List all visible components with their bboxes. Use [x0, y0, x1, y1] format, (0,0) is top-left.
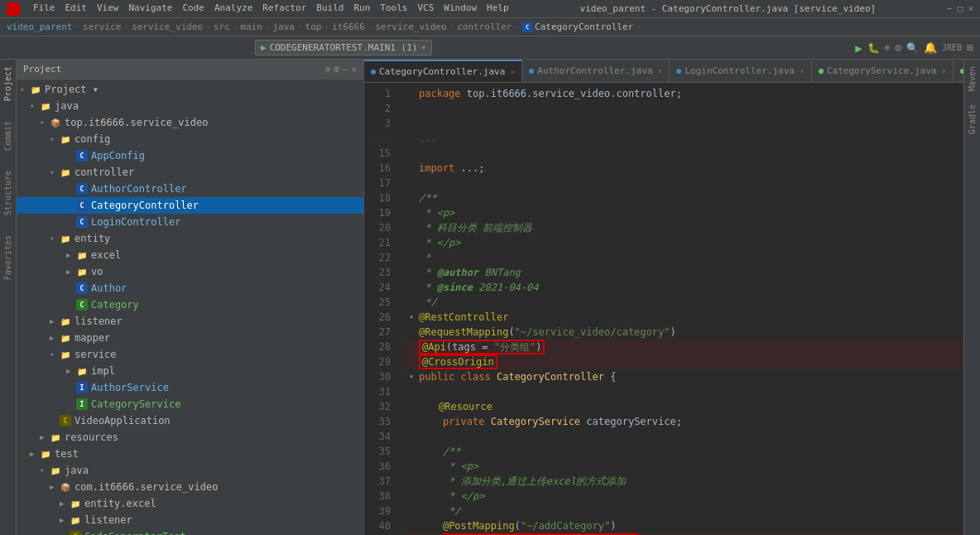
tree-controller[interactable]: ▾ 📁 controller	[17, 164, 363, 181]
breadcrumb-service[interactable]: service	[83, 22, 121, 32]
tree-categorycontroller[interactable]: C CategoryController	[17, 197, 363, 214]
tree-excel[interactable]: ▶ 📁 excel	[17, 247, 363, 263]
right-panel-1[interactable]: Maven	[968, 63, 977, 94]
tab-category-service[interactable]: CategoryService.java ✕	[812, 60, 954, 82]
tree-vo[interactable]: ▶ 📁 vo	[17, 263, 363, 280]
collapse-icon[interactable]: —	[343, 64, 348, 75]
menu-build[interactable]: Build	[316, 2, 343, 16]
impl-folder-icon: 📁	[76, 365, 88, 377]
settings-icon[interactable]: ⚙	[895, 41, 901, 54]
menu-file[interactable]: File	[33, 2, 55, 16]
menu-navigate[interactable]: Navigate	[129, 2, 173, 16]
menu-tools[interactable]: Tools	[380, 2, 407, 16]
breadcrumb-main[interactable]: main	[240, 22, 262, 32]
tree-impl[interactable]: ▶ 📁 impl	[17, 363, 363, 379]
breadcrumb-video-parent[interactable]: video_parent	[7, 22, 72, 32]
tree-entity-excel[interactable]: ▶ 📁 entity.excel	[17, 495, 363, 512]
project-tab[interactable]: Project	[2, 63, 14, 104]
tree-authorcontroller[interactable]: C AuthorController	[17, 181, 363, 197]
run-config-selector[interactable]: ▶ CODEGENERATORTEST.MAIN1 (1) ▾	[255, 40, 432, 55]
breadcrumb-controller[interactable]: controller	[457, 22, 512, 32]
tree-java[interactable]: ▾ 📁 java	[17, 98, 363, 114]
tree-resources[interactable]: ▶ 📁 resources	[17, 429, 363, 446]
code-line-39: */	[404, 504, 963, 518]
close-tab-category[interactable]: ✕	[510, 67, 515, 76]
breadcrumb-top[interactable]: top	[305, 22, 322, 32]
structure-tab[interactable]: Structure	[2, 167, 14, 219]
commit-tab[interactable]: Commit	[2, 118, 14, 154]
tree-appconfig[interactable]: C AppConfig	[17, 147, 363, 164]
close-panel-icon[interactable]: ✕	[351, 64, 357, 75]
expand-icon[interactable]: ⊞	[334, 64, 339, 75]
breadcrumb-category-controller[interactable]: CategoryController	[535, 22, 633, 32]
window-controls[interactable]: −□×	[947, 3, 973, 14]
breadcrumb-src[interactable]: src	[214, 22, 230, 32]
tree-service[interactable]: ▾ 📁 service	[17, 346, 363, 363]
close-tab-login[interactable]: ✕	[800, 66, 805, 75]
breadcrumb-service-video2[interactable]: service_video	[375, 22, 446, 32]
menu-vcs[interactable]: VCS	[417, 2, 434, 16]
search-everywhere-icon[interactable]: 🔍	[906, 42, 919, 54]
coverage-button[interactable]: ⊕	[885, 42, 891, 53]
close-tab-author[interactable]: ✕	[657, 66, 662, 75]
code-line-2	[404, 101, 963, 116]
video-app-icon: C	[60, 415, 71, 427]
tree-codegen[interactable]: C CodeGeneratorTest	[17, 528, 363, 535]
tree-authorservice[interactable]: I AuthorService	[17, 379, 363, 396]
right-panel-2[interactable]: Gradle	[968, 101, 977, 137]
settings-gear-icon[interactable]: ⚙	[325, 64, 331, 75]
tree-test-java[interactable]: ▾ 📁 java	[17, 462, 363, 479]
tree-listener[interactable]: ▶ 📁 listener	[17, 313, 363, 330]
code-line-16: import ...;	[404, 161, 963, 176]
run-config-dropdown-icon[interactable]: ▾	[420, 42, 426, 53]
menu-edit[interactable]: Edit	[65, 2, 88, 16]
menu-window[interactable]: Window	[444, 2, 477, 16]
tab-category-controller[interactable]: CategoryController.java ✕	[364, 60, 522, 82]
breadcrumb-it6666[interactable]: it6666	[332, 22, 365, 32]
tree-test[interactable]: ▶ 📁 test	[17, 446, 363, 462]
breadcrumb-category-controller-icon: C	[522, 22, 532, 32]
tree-entity[interactable]: ▾ 📁 entity	[17, 230, 363, 247]
favorites-tab[interactable]: Favorites	[2, 232, 14, 283]
code-line-37: * 添加分类,通过上传excel的方式添加	[404, 474, 963, 489]
project-header-icons[interactable]: ⚙ ⊞ — ✕	[325, 64, 358, 75]
tree-project-root[interactable]: ▾ 📁 Project ▾	[17, 81, 363, 98]
tab-dot-cat-svc	[819, 69, 824, 74]
tree-logincontroller[interactable]: C LoginController	[17, 214, 363, 230]
tree-author[interactable]: C Author	[17, 280, 363, 296]
menu-view[interactable]: View	[97, 2, 119, 16]
tab-login-controller[interactable]: LoginController.java ✕	[670, 60, 811, 82]
tree-com-package[interactable]: ▶ 📦 com.it6666.service_video	[17, 479, 363, 495]
menu-help[interactable]: Help	[487, 2, 509, 16]
listener-folder-icon: 📁	[60, 316, 71, 327]
menu-refactor[interactable]: Refactor	[262, 2, 306, 16]
tree-mapper[interactable]: ▶ 📁 mapper	[17, 330, 363, 346]
run-button[interactable]: ▶	[855, 41, 862, 55]
tree-package[interactable]: ▾ 📦 top.it6666.service_video	[17, 114, 363, 131]
debug-button[interactable]: 🐛	[867, 42, 880, 54]
close-tab-cat-svc[interactable]: ✕	[941, 66, 946, 75]
code-line-26: ▾ @RestController	[404, 310, 963, 325]
tab-category-service-impl[interactable]: CategoryServiceImpl.java ✕	[954, 60, 963, 82]
login-ctrl-icon: C	[76, 216, 88, 228]
entity-folder-icon: 📁	[60, 233, 71, 244]
toggle-icon[interactable]: ⊞	[967, 41, 973, 54]
tree-test-listener[interactable]: ▶ 📁 listener	[17, 512, 363, 528]
tree-category-entity[interactable]: C Category	[17, 296, 363, 313]
menu-analyze[interactable]: Analyze	[214, 2, 252, 16]
menu-code[interactable]: Code	[182, 2, 204, 16]
code-content[interactable]: package top.it6666.service_video.control…	[397, 83, 963, 535]
tab-author-controller[interactable]: AuthorController.java ✕	[522, 60, 670, 82]
menu-bar[interactable]: File Edit View Navigate Code Analyze Ref…	[7, 2, 509, 16]
tree-categoryservice[interactable]: I CategoryService	[17, 396, 363, 412]
app-icon	[7, 2, 20, 16]
tree-config[interactable]: ▾ 📁 config	[17, 131, 363, 147]
code-line-25: */	[404, 295, 963, 310]
breadcrumb-java[interactable]: java	[272, 22, 295, 32]
menu-run[interactable]: Run	[353, 2, 370, 16]
code-line-28: @Api(tags = "分类组")	[404, 340, 963, 354]
tree-videoapplication[interactable]: C VideoApplication	[17, 412, 363, 429]
code-line-32: @Resource	[404, 399, 963, 414]
breadcrumb-service-video[interactable]: service_video	[132, 22, 203, 32]
notifications-icon[interactable]: 🔔	[924, 41, 937, 54]
